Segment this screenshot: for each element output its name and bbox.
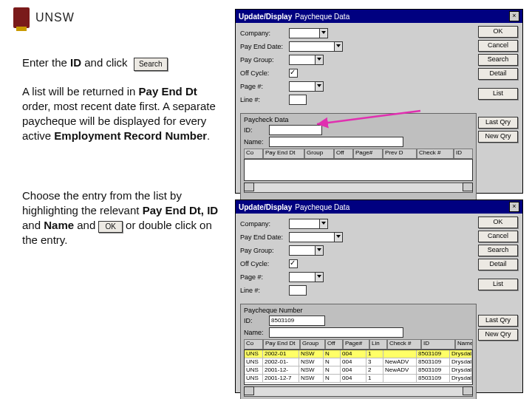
col-check: Check # (387, 339, 421, 349)
col-page: Page# (343, 339, 369, 349)
title-bar[interactable]: Update/DisplayPaycheque Data × (236, 200, 522, 214)
cell: 1 (366, 375, 383, 383)
right-buttons: OK Cancel Search Detail List Last Qry Ne… (478, 26, 518, 143)
cell: N (324, 358, 341, 366)
ok-button[interactable]: OK (478, 26, 518, 38)
dialog-body: OK Cancel Search Detail List Last Qry Ne… (236, 23, 522, 110)
scroll-left-icon[interactable] (244, 386, 254, 395)
pay-group-input[interactable] (289, 55, 316, 65)
detail-button[interactable]: Detail (478, 68, 518, 80)
results-grid[interactable]: UNS2002-01NSWN00418503109Drysdale,Democr… (244, 349, 473, 385)
cell: NewADV (383, 358, 417, 366)
ok-button-sample: OK (98, 221, 122, 233)
last-qry-button[interactable]: Last Qry (478, 315, 518, 327)
close-icon[interactable]: × (509, 11, 519, 21)
cell: UNS (245, 375, 263, 383)
line-label: Line #: (240, 96, 289, 103)
id-input[interactable] (269, 125, 322, 135)
cancel-button[interactable]: Cancel (478, 40, 518, 52)
instructions-column: Enter the ID and click Search A list wil… (22, 55, 222, 262)
pay-end-label: Pay End Date: (240, 43, 289, 50)
line-input[interactable] (289, 95, 307, 105)
pay-group-input[interactable] (289, 245, 316, 256)
results-grid[interactable] (244, 159, 473, 181)
title-bar[interactable]: Update/DisplayPaycheque Data × (236, 10, 522, 23)
cell: N (324, 350, 341, 358)
dropdown-icon[interactable] (315, 55, 324, 65)
text-bold: Name (44, 219, 74, 231)
cell: 2001-12- (263, 366, 299, 375)
text-bold: Employment Record Number (54, 129, 207, 142)
off-cycle-checkbox[interactable] (289, 259, 298, 268)
instruction-2: A list will be returned in Pay End Dt or… (22, 84, 222, 144)
title-a: Update/Display (239, 203, 292, 211)
col-off: Off (325, 339, 343, 349)
cell: UNS (245, 350, 263, 358)
line-input[interactable] (289, 285, 307, 296)
close-icon[interactable]: × (509, 202, 519, 212)
dropdown-icon[interactable] (334, 232, 343, 242)
name-input[interactable] (269, 327, 403, 338)
table-row[interactable]: UNS2002-01-NSWN0043NewADV8503109Drysdale… (245, 358, 472, 366)
line-label: Line #: (240, 287, 289, 294)
cell: Drysdale,Democrat (450, 350, 472, 358)
scroll-right-icon[interactable] (463, 386, 473, 395)
logo-text: UNSW (35, 11, 75, 24)
detail-button[interactable]: Detail (478, 259, 518, 270)
scroll-right-icon[interactable] (463, 183, 473, 191)
last-qry-button[interactable]: Last Qry (478, 117, 518, 129)
cell: 004 (341, 375, 366, 383)
dropdown-icon[interactable] (319, 219, 328, 229)
dropdown-icon[interactable] (315, 272, 324, 282)
cell: 8503109 (417, 366, 450, 375)
pay-end-input[interactable] (289, 41, 335, 52)
dropdown-icon[interactable] (315, 81, 324, 92)
company-label: Company: (240, 220, 289, 228)
id-input[interactable]: 8503109 (269, 316, 325, 326)
new-qry-button[interactable]: New Qry (478, 131, 518, 143)
table-row[interactable]: UNS2002-01NSWN00418503109Drysdale,Democr… (245, 350, 472, 358)
company-input[interactable] (289, 28, 320, 38)
h-scrollbar[interactable] (244, 386, 473, 397)
text: and click (81, 56, 128, 69)
pay-end-input[interactable] (289, 232, 335, 242)
cell: NSW (299, 358, 324, 366)
dropdown-icon[interactable] (315, 245, 324, 256)
off-cycle-checkbox[interactable] (289, 69, 298, 78)
col-lin: Lin (369, 339, 387, 349)
title-a: Update/Display (239, 13, 292, 21)
cell: Drysdale,Democrat (450, 366, 472, 375)
dropdown-icon[interactable] (334, 41, 343, 52)
cell: 2002-01 (263, 350, 299, 358)
h-scrollbar[interactable] (244, 183, 473, 193)
ok-button[interactable]: OK (478, 216, 518, 228)
list-button[interactable]: List (478, 279, 518, 290)
cell: UNS (245, 358, 263, 366)
text-bold: Pay End Dt (139, 85, 197, 98)
cancel-button[interactable]: Cancel (478, 231, 518, 242)
search-button-sample: Search (134, 58, 168, 71)
search-button[interactable]: Search (478, 245, 518, 256)
scroll-left-icon[interactable] (244, 183, 254, 191)
table-row[interactable]: UNS2001-12-7NSWN00418503109Drysdale,Demo… (245, 375, 472, 383)
name-input[interactable] (269, 137, 403, 147)
new-qry-button[interactable]: New Qry (478, 329, 518, 341)
grid-header: Co Pay End Dt Group Off Page# Lin Check … (244, 339, 473, 349)
dropdown-icon[interactable] (319, 28, 328, 38)
list-button[interactable]: List (478, 88, 518, 100)
cell: 2001-12-7 (263, 375, 299, 383)
text: A list will be returned in (22, 85, 139, 98)
company-input[interactable] (289, 219, 320, 229)
company-label: Company: (240, 30, 289, 37)
cell: NSW (299, 350, 324, 358)
title-b: Paycheque Data (295, 13, 349, 21)
col-prev: Prev D (383, 149, 417, 159)
col-off: Off (334, 149, 353, 159)
page-input[interactable] (289, 81, 316, 92)
search-button[interactable]: Search (478, 54, 518, 66)
col-co: Co (244, 149, 263, 159)
name-label: Name: (244, 138, 269, 146)
col-payend: Pay End Dt (263, 339, 300, 349)
table-row[interactable]: UNS2001-12-NSWN0042NewADV8503109Drysdale… (245, 366, 472, 375)
page-input[interactable] (289, 272, 316, 282)
